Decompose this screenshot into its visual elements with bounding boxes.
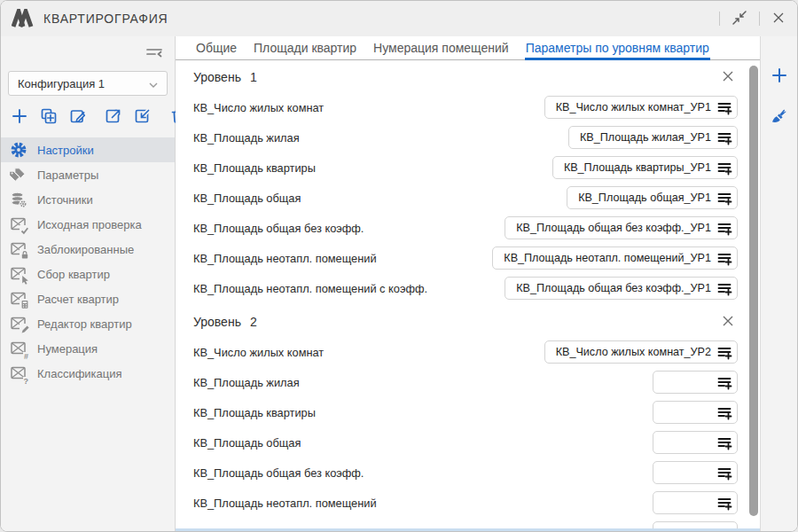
parameter-value: КВ_Число жилых комнат_УР1	[556, 101, 711, 113]
sidebar-item-label: Настройки	[37, 144, 94, 157]
check-badge-icon	[20, 225, 30, 236]
close-window-button[interactable]	[769, 8, 788, 30]
parameter-value: КВ_Площадь квартиры_УР1	[564, 161, 711, 174]
parameter-value-field[interactable]: КВ_Площадь общая без коэфф._УР1	[505, 216, 738, 239]
configuration-select[interactable]: Конфигурация 1	[8, 71, 168, 96]
tags-icon	[10, 166, 27, 184]
sidebar-item-apartment-calculation[interactable]: Расчет квартир	[1, 286, 175, 311]
app-title: КВАРТИРОГРАФИЯ	[43, 12, 719, 26]
list-add-icon[interactable]	[716, 129, 732, 145]
edit-configuration-button[interactable]	[66, 105, 90, 130]
sidebar-item-label: Параметры	[37, 168, 98, 182]
app-window: КВАРТИРОГРАФИЯ	[0, 0, 798, 532]
parameter-value-field[interactable]: КВ_Площадь общая_УР1	[567, 186, 738, 209]
add-configuration-button[interactable]	[8, 105, 31, 130]
list-add-icon[interactable]	[716, 99, 732, 115]
parameter-value: КВ_Число жилых комнат_УР2	[556, 346, 711, 358]
sidebar-item-initial-check[interactable]: Исходная проверка	[1, 212, 175, 237]
vertical-scrollbar[interactable]	[749, 66, 758, 516]
parameter-value-field[interactable]	[653, 431, 738, 454]
parameter-value-field[interactable]: КВ_Площадь жилая_УР1	[568, 126, 738, 149]
sidebar-item-label: Редактор квартир	[37, 317, 132, 331]
scrollbar-thumb[interactable]	[749, 66, 758, 516]
import-configuration-button[interactable]	[131, 105, 154, 130]
parameter-value-field[interactable]: КВ_Число жилых комнат_УР2	[544, 340, 738, 364]
parameter-row: КВ_Площадь неотапл. помещений КВ_Площадь…	[193, 243, 738, 273]
gear-icon	[10, 141, 27, 159]
sidebar-item-label: Заблокированные	[37, 243, 134, 256]
sidebar-item-label: Источники	[37, 193, 93, 207]
clear-brush-button[interactable]	[768, 105, 791, 130]
list-add-icon[interactable]	[716, 495, 732, 511]
parameter-label: КВ_Площадь общая без коэфф.	[193, 466, 364, 480]
parameter-value-field[interactable]	[653, 521, 738, 528]
parameter-value-field[interactable]: КВ_Площадь квартиры_УР1	[552, 156, 738, 179]
tab-general[interactable]: Общие	[195, 37, 238, 60]
sidebar-item-sources[interactable]: Источники	[1, 187, 175, 212]
parameter-label: КВ_Площадь общая	[193, 192, 301, 205]
close-section-button[interactable]	[718, 66, 738, 89]
close-icon	[720, 68, 736, 87]
close-section-button[interactable]	[718, 311, 738, 333]
list-add-icon[interactable]	[716, 344, 732, 360]
level-title: Уровень1	[193, 70, 257, 84]
parameter-value-field[interactable]: КВ_Площадь неотапл. помещений_УР1	[492, 246, 738, 270]
sidebar-item-numbering[interactable]: # Нумерация	[1, 336, 175, 361]
tab-apartment-areas[interactable]: Площади квартир	[253, 37, 357, 60]
apartments-check-icon	[10, 215, 27, 233]
parameter-value-field[interactable]	[653, 461, 738, 484]
parameter-value: КВ_Площадь общая без коэфф._УР1	[516, 282, 711, 294]
parameter-value-field[interactable]: КВ_Площадь общая без коэфф._УР1	[505, 277, 738, 300]
parameter-value-field[interactable]	[653, 401, 738, 424]
parameter-value: КВ_Площадь общая без коэфф._УР1	[516, 222, 711, 234]
list-add-icon[interactable]	[716, 465, 732, 481]
parameter-label: КВ_Площадь общая	[193, 436, 301, 450]
list-add-icon[interactable]	[716, 250, 732, 266]
list-add-icon[interactable]	[716, 374, 732, 390]
hash-badge-icon: #	[23, 352, 29, 361]
restore-down-icon	[731, 9, 748, 29]
level-section-2: Уровень2 КВ_Число жилых комнат КВ_Число …	[193, 309, 738, 528]
parameter-label: КВ_Площадь квартиры	[193, 406, 316, 419]
apartments-lock-icon	[10, 240, 27, 258]
parameter-row: КВ_Площадь общая без коэфф.	[193, 458, 738, 488]
parameter-label: КВ_Площадь неотапл. помещений	[193, 497, 377, 510]
close-x-icon	[771, 10, 786, 28]
list-add-icon[interactable]	[716, 190, 732, 206]
export-configuration-button[interactable]	[102, 105, 125, 130]
sidebar-item-parameters[interactable]: Параметры	[1, 162, 175, 187]
add-level-button[interactable]	[769, 65, 790, 89]
list-add-icon[interactable]	[716, 434, 732, 450]
duplicate-configuration-button[interactable]	[37, 105, 60, 130]
tab-level-parameters[interactable]: Параметры по уровням квартир	[525, 37, 710, 60]
sidebar-item-label: Исходная проверка	[37, 218, 142, 231]
apartments-calculator-icon	[10, 290, 27, 308]
restore-window-button[interactable]	[729, 7, 750, 31]
sidebar-item-apartment-editor[interactable]: Редактор квартир	[1, 311, 175, 336]
list-add-icon[interactable]	[716, 280, 732, 296]
level-title: Уровень2	[193, 315, 257, 329]
apartments-question-icon: ?	[10, 364, 27, 382]
list-add-icon[interactable]	[716, 525, 732, 528]
sidebar-item-locked[interactable]: Заблокированные	[1, 237, 175, 262]
sidebar-item-apartment-collection[interactable]: Сбор квартир	[1, 262, 175, 286]
parameter-label: КВ_Площадь неотапл. помещений	[193, 252, 377, 265]
titlebar-divider	[759, 12, 760, 26]
apartments-cursor-icon	[10, 265, 27, 283]
parameter-value-field[interactable]	[653, 491, 738, 514]
parameter-label: КВ_Площадь квартиры	[193, 161, 316, 175]
parameter-value-field[interactable]: КВ_Число жилых комнат_УР1	[544, 96, 738, 119]
list-add-icon[interactable]	[716, 220, 732, 236]
sidebar-item-label: Классификация	[37, 367, 122, 380]
list-add-icon[interactable]	[716, 160, 732, 176]
tab-bar: Общие Площади квартир Нумерация помещени…	[176, 36, 760, 60]
parameter-value-field[interactable]	[653, 371, 738, 394]
list-add-icon[interactable]	[716, 404, 732, 420]
parameter-label: КВ_Число жилых комнат	[193, 346, 324, 359]
sidebar-item-settings[interactable]: Настройки	[1, 137, 175, 162]
parameter-value: КВ_Площадь неотапл. помещений_УР1	[504, 252, 711, 264]
collapse-sidebar-button[interactable]	[143, 42, 166, 66]
sidebar-item-classification[interactable]: ? Классификация	[1, 361, 175, 386]
parameter-label: КВ_Число жилых комнат	[193, 101, 324, 114]
tab-room-numbering[interactable]: Нумерация помещений	[372, 37, 510, 60]
